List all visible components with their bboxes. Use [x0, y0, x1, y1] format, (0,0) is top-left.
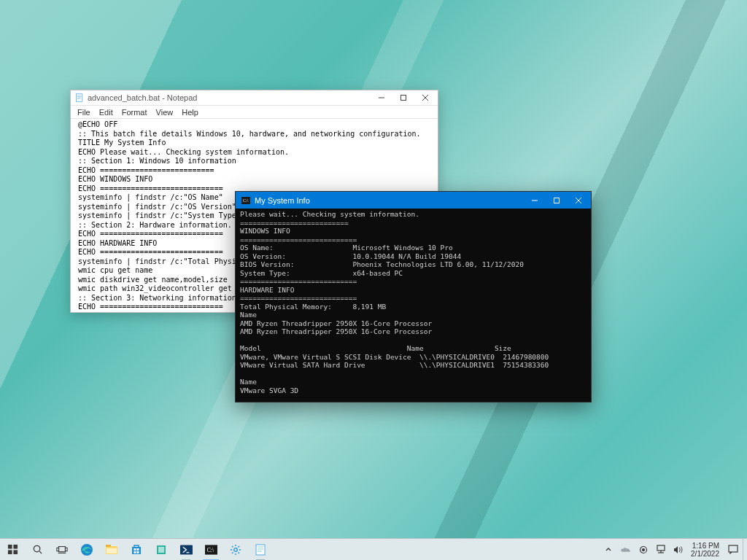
svg-rect-17	[7, 550, 12, 554]
notepad-title: advanced_batch.bat - Notepad	[88, 93, 371, 102]
menu-file[interactable]: File	[74, 107, 94, 117]
taskbar-app-generic-1[interactable]	[149, 539, 174, 561]
minimize-button[interactable]	[524, 192, 546, 209]
menu-edit[interactable]: Edit	[96, 107, 117, 117]
svg-rect-6	[401, 96, 406, 101]
taskbar-spacer	[273, 539, 600, 560]
taskbar-app-notepad[interactable]	[248, 539, 273, 561]
svg-line-20	[39, 551, 42, 553]
tray-chevron-up-icon[interactable]	[603, 544, 614, 555]
menu-help[interactable]: Help	[178, 107, 202, 117]
search-button[interactable]	[25, 539, 50, 561]
cmd-titlebar[interactable]: C:\ My System Info	[236, 192, 591, 209]
tray-onedrive-icon[interactable]	[620, 544, 631, 555]
cmd-content: Please wait... Checking system informati…	[240, 210, 549, 402]
svg-line-14	[576, 198, 581, 203]
window-controls	[371, 90, 436, 105]
tray-location-icon[interactable]	[638, 544, 649, 555]
cmd-icon: C:\	[241, 195, 250, 205]
svg-rect-21	[59, 546, 66, 551]
close-button[interactable]	[414, 90, 436, 105]
svg-rect-27	[106, 545, 111, 547]
minimize-button[interactable]	[371, 90, 392, 105]
svg-point-25	[81, 544, 93, 556]
svg-rect-22	[57, 548, 59, 551]
tray-network-icon[interactable]	[655, 544, 666, 555]
action-center-button[interactable]	[724, 539, 743, 560]
svg-line-13	[576, 198, 581, 203]
svg-line-7	[422, 95, 428, 101]
clock-date: 2/1/2022	[691, 550, 719, 558]
cmd-window: C:\ My System Info Please wait... Checki…	[235, 191, 592, 402]
taskbar-app-settings[interactable]	[223, 539, 248, 561]
close-button[interactable]	[568, 192, 589, 209]
maximize-button[interactable]	[392, 90, 414, 105]
taskbar-clock[interactable]: 1:16 PM 2/1/2022	[688, 539, 724, 560]
svg-line-8	[422, 95, 428, 101]
svg-rect-26	[106, 546, 117, 554]
cmd-title: My System Info	[255, 196, 524, 205]
svg-rect-33	[137, 551, 139, 553]
svg-rect-23	[65, 548, 67, 551]
svg-rect-38	[205, 545, 217, 554]
svg-rect-35	[158, 547, 164, 553]
notepad-menubar: File Edit Format View Help	[71, 106, 438, 119]
svg-text:C:\: C:\	[243, 198, 249, 203]
taskbar-app-edge[interactable]	[74, 539, 99, 561]
taskbar-app-powershell[interactable]	[174, 539, 198, 561]
svg-rect-34	[157, 545, 166, 554]
svg-rect-50	[729, 545, 738, 552]
notepad-icon	[75, 93, 84, 102]
window-controls	[524, 192, 589, 209]
taskbar-app-cmd[interactable]: C:\	[198, 539, 223, 561]
svg-rect-9	[241, 197, 250, 204]
svg-text:C:\: C:\	[206, 546, 214, 553]
svg-point-46	[642, 548, 644, 551]
svg-rect-28	[107, 548, 117, 553]
clock-time: 1:16 PM	[692, 542, 719, 550]
menu-view[interactable]: View	[152, 107, 177, 117]
start-button[interactable]	[0, 539, 25, 561]
maximize-button[interactable]	[546, 192, 568, 209]
taskbar-app-store[interactable]	[124, 539, 149, 561]
svg-rect-12	[554, 198, 560, 203]
svg-rect-16	[13, 545, 18, 549]
task-view-button[interactable]	[50, 539, 74, 561]
svg-rect-18	[13, 550, 18, 554]
svg-rect-32	[134, 551, 136, 553]
notepad-titlebar[interactable]: advanced_batch.bat - Notepad	[71, 90, 438, 106]
taskbar-app-explorer[interactable]	[99, 539, 124, 561]
svg-point-45	[640, 546, 646, 553]
svg-rect-30	[134, 548, 136, 551]
cmd-output[interactable]: Please wait... Checking system informati…	[236, 209, 591, 402]
svg-rect-29	[132, 547, 141, 554]
show-desktop-button[interactable]	[743, 539, 747, 560]
svg-rect-31	[137, 548, 139, 551]
svg-rect-41	[256, 545, 265, 555]
taskbar-left: C:\	[0, 539, 273, 560]
system-tray	[600, 539, 688, 560]
svg-point-19	[34, 545, 39, 551]
taskbar: C:\ 1:16 PM 2/1/2022	[0, 538, 747, 560]
svg-rect-15	[7, 545, 12, 549]
svg-rect-0	[77, 94, 82, 102]
tray-volume-icon[interactable]	[673, 544, 684, 555]
menu-format[interactable]: Format	[118, 107, 151, 117]
svg-point-40	[234, 548, 238, 551]
svg-rect-47	[657, 545, 665, 551]
svg-rect-36	[180, 545, 193, 554]
